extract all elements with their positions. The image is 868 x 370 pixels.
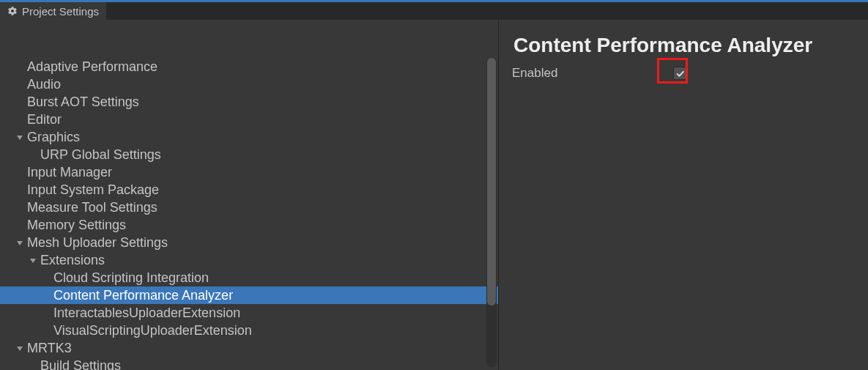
- svg-marker-1: [17, 241, 23, 245]
- tree-item[interactable]: MRTK3: [0, 339, 498, 357]
- tree-item-label: InteractablesUploaderExtension: [51, 304, 240, 322]
- scrollbar-thumb[interactable]: [487, 58, 496, 306]
- svg-marker-3: [17, 347, 23, 351]
- tree-item-label: Input Manager: [25, 163, 112, 181]
- tree-item-label: Burst AOT Settings: [25, 93, 139, 111]
- tree-item-label: Memory Settings: [25, 216, 126, 234]
- tree-item[interactable]: Burst AOT Settings: [0, 93, 498, 111]
- details-pane: Content Performance Analyzer Enabled: [498, 20, 868, 370]
- tree-item[interactable]: Measure Tool Settings: [0, 199, 498, 216]
- tab-label: Project Settings: [22, 5, 99, 18]
- gear-icon: [7, 6, 18, 16]
- tree-item-label: Editor: [25, 111, 62, 128]
- tree-item[interactable]: Input System Package: [0, 181, 498, 199]
- tree-item[interactable]: URP Global Settings: [0, 146, 498, 163]
- tree-item[interactable]: InteractablesUploaderExtension: [0, 304, 498, 322]
- tree-item[interactable]: Build Settings: [0, 357, 498, 370]
- tree-item-label: URP Global Settings: [38, 146, 161, 163]
- tree-item[interactable]: Adaptive Performance: [0, 58, 498, 75]
- tree-item[interactable]: Input Manager: [0, 163, 498, 181]
- tree-item-label: Build Settings: [38, 357, 121, 370]
- body-split: Adaptive PerformanceAudioBurst AOT Setti…: [0, 20, 868, 370]
- tree-item-label: Input System Package: [25, 181, 159, 199]
- chevron-down-icon[interactable]: [14, 134, 25, 141]
- tree-item-label: Extensions: [38, 251, 105, 269]
- tab-project-settings[interactable]: Project Settings: [0, 2, 106, 20]
- tree-item[interactable]: VisualScriptingUploaderExtension: [0, 322, 498, 339]
- tree-item[interactable]: Mesh Uploader Settings: [0, 234, 498, 251]
- tab-bar: Project Settings: [0, 0, 868, 20]
- tree-item-label: Audio: [25, 75, 61, 93]
- field-enabled: Enabled: [512, 63, 853, 84]
- settings-tree-pane: Adaptive PerformanceAudioBurst AOT Setti…: [0, 20, 498, 370]
- svg-marker-2: [30, 259, 36, 263]
- tree-item[interactable]: Cloud Scripting Integration: [0, 269, 498, 286]
- tree-item-label: Cloud Scripting Integration: [51, 269, 209, 286]
- chevron-down-icon[interactable]: [27, 257, 38, 264]
- tree-item-label: Adaptive Performance: [25, 58, 157, 75]
- tree-item-label: Mesh Uploader Settings: [25, 234, 168, 251]
- chevron-down-icon[interactable]: [14, 345, 25, 352]
- tree-item-label: Content Performance Analyzer: [51, 286, 233, 304]
- tree-scrollbar[interactable]: [486, 58, 497, 367]
- field-enabled-label: Enabled: [512, 66, 673, 81]
- svg-marker-0: [17, 136, 23, 140]
- tree-item[interactable]: Extensions: [0, 251, 498, 269]
- tree-item-label: Measure Tool Settings: [25, 199, 157, 216]
- settings-tree[interactable]: Adaptive PerformanceAudioBurst AOT Setti…: [0, 58, 498, 370]
- check-icon: [675, 69, 685, 78]
- tree-item[interactable]: Content Performance Analyzer: [0, 286, 498, 304]
- tree-item-label: Graphics: [25, 128, 80, 146]
- tree-item[interactable]: Memory Settings: [0, 216, 498, 234]
- tree-item-label: VisualScriptingUploaderExtension: [51, 322, 252, 339]
- tree-item-label: MRTK3: [25, 339, 72, 357]
- enabled-checkbox[interactable]: [673, 67, 686, 80]
- tree-item[interactable]: Editor: [0, 111, 498, 128]
- chevron-down-icon[interactable]: [14, 240, 25, 247]
- tree-item[interactable]: Audio: [0, 75, 498, 93]
- tree-item[interactable]: Graphics: [0, 128, 498, 146]
- panel-title: Content Performance Analyzer: [513, 34, 853, 57]
- scrollbar-track[interactable]: [486, 58, 497, 367]
